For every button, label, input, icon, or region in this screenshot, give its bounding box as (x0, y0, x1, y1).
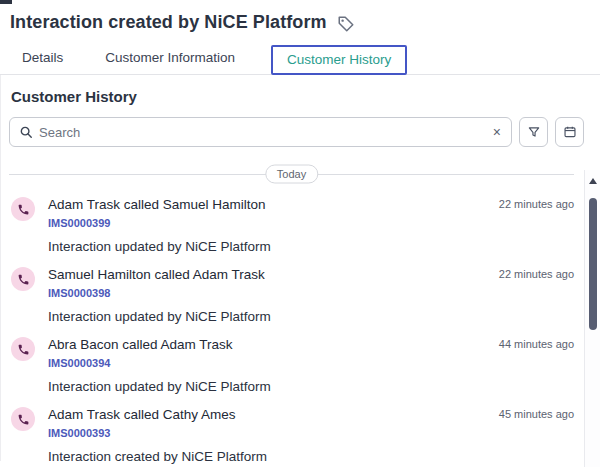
row-timestamp: 44 minutes ago (499, 338, 574, 350)
page-title: Interaction created by NiCE Platform (10, 12, 327, 33)
date-range-button[interactable] (555, 117, 584, 147)
row-title: Adam Trask called Samuel Hamilton (48, 196, 574, 214)
date-group-label: Today (265, 165, 318, 184)
search-box[interactable]: × (9, 117, 512, 147)
row-title: Samuel Hamilton called Adam Trask (48, 266, 574, 284)
scroll-up-arrow-icon[interactable] (589, 178, 597, 184)
row-content: Samuel Hamilton called Adam Trask IMS000… (48, 266, 574, 326)
search-toolbar: × (1, 105, 600, 147)
filter-button[interactable] (519, 117, 548, 147)
history-row[interactable]: Adam Trask called Samuel Hamilton IMS000… (9, 189, 574, 259)
tag-icon[interactable] (337, 15, 355, 33)
row-content: Abra Bacon called Adam Trask IMS0000394 … (48, 336, 574, 396)
row-timestamp: 22 minutes ago (499, 268, 574, 280)
row-description: Interaction updated by NiCE Platform (48, 308, 574, 326)
history-list: Today Adam Trask called Samuel Hamilton … (1, 163, 600, 467)
history-row[interactable]: Samuel Hamilton called Adam Trask IMS000… (9, 259, 574, 329)
tab-customer-history[interactable]: Customer History (271, 45, 407, 75)
row-content: Adam Trask called Cathy Ames IMS0000393 … (48, 406, 574, 466)
section-title: Customer History (1, 75, 600, 105)
phone-call-icon (11, 337, 35, 361)
row-description: Interaction updated by NiCE Platform (48, 238, 574, 256)
tab-customer-information[interactable]: Customer Information (95, 44, 245, 74)
clear-search-icon[interactable]: × (491, 125, 503, 139)
tab-details[interactable]: Details (12, 44, 73, 74)
phone-call-icon (11, 407, 35, 431)
funnel-icon (527, 125, 541, 139)
row-description: Interaction created by NiCE Platform (48, 448, 574, 466)
row-timestamp: 22 minutes ago (499, 198, 574, 210)
interaction-id-link[interactable]: IMS0000399 (48, 216, 574, 231)
calendar-icon (563, 125, 577, 139)
screen-corner-artifact (0, 0, 12, 4)
search-input[interactable] (39, 125, 491, 140)
scrollbar-thumb[interactable] (589, 198, 597, 330)
history-row[interactable]: Adam Trask called Cathy Ames IMS0000393 … (9, 399, 574, 467)
customer-history-window: Interaction created by NiCE Platform Det… (0, 0, 600, 467)
vertical-scrollbar[interactable] (584, 170, 600, 467)
row-title: Abra Bacon called Adam Trask (48, 336, 574, 354)
interaction-id-link[interactable]: IMS0000398 (48, 286, 574, 301)
interaction-id-link[interactable]: IMS0000394 (48, 356, 574, 371)
row-content: Adam Trask called Samuel Hamilton IMS000… (48, 196, 574, 256)
history-row[interactable]: Abra Bacon called Adam Trask IMS0000394 … (9, 329, 574, 399)
phone-call-icon (11, 267, 35, 291)
date-group-divider: Today (9, 163, 574, 185)
search-icon (19, 125, 33, 139)
customer-history-panel: Customer History × (0, 75, 600, 461)
tab-bar: Details Customer Information Customer Hi… (0, 43, 600, 75)
row-description: Interaction updated by NiCE Platform (48, 378, 574, 396)
row-title: Adam Trask called Cathy Ames (48, 406, 574, 424)
row-timestamp: 45 minutes ago (499, 408, 574, 420)
phone-call-icon (11, 197, 35, 221)
header: Interaction created by NiCE Platform (0, 0, 600, 35)
interaction-id-link[interactable]: IMS0000393 (48, 426, 574, 441)
